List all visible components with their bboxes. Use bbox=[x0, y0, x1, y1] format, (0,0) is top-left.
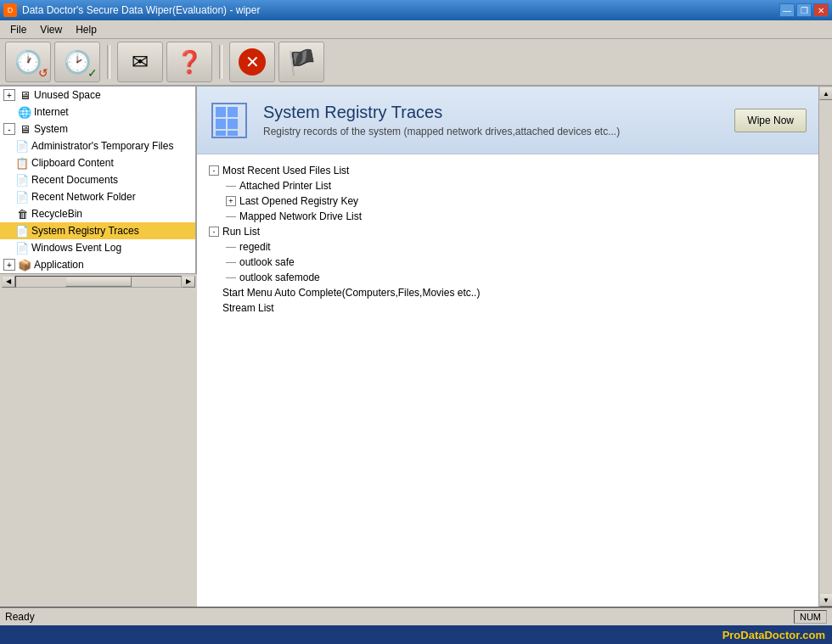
rt-item-regedit[interactable]: — regedit bbox=[209, 239, 807, 255]
right-panel-title: System Registry Traces bbox=[263, 103, 721, 122]
toolbar-separator-1 bbox=[107, 45, 110, 79]
svg-rect-1 bbox=[216, 107, 226, 117]
rt-label-outlook-safe: outlook safe bbox=[239, 256, 295, 268]
go-button[interactable]: 🏴 bbox=[278, 42, 324, 82]
tree-item-sys-registry[interactable]: 📄 System Registry Traces bbox=[0, 222, 195, 239]
rt-label-start-menu: Start Menu Auto Complete(Computers,Files… bbox=[222, 287, 480, 299]
rt-item-printer[interactable]: — Attached Printer List bbox=[209, 178, 807, 193]
status-text: Ready bbox=[5, 611, 35, 623]
admin-temp-label: Administrator's Temporary Files bbox=[31, 140, 173, 152]
menu-view[interactable]: View bbox=[33, 22, 69, 37]
tree-item-recent-docs[interactable]: 📄 Recent Documents bbox=[0, 171, 195, 188]
rt-label-mru: Most Recent Used Files List bbox=[222, 165, 349, 176]
menu-help[interactable]: Help bbox=[69, 22, 104, 37]
scroll-right-button[interactable]: ▶ bbox=[182, 276, 195, 288]
scroll-left-button[interactable]: ◀ bbox=[2, 276, 15, 288]
tree-item-windows-event[interactable]: 📄 Windows Event Log bbox=[0, 239, 195, 256]
admin-temp-icon: 📄 bbox=[15, 139, 29, 153]
hscroll-thumb[interactable] bbox=[65, 277, 132, 287]
help-button[interactable]: ❓ bbox=[166, 42, 212, 82]
right-header-icon bbox=[209, 100, 250, 141]
rt-label-run-list: Run List bbox=[222, 226, 260, 238]
forward-button[interactable]: 🕑 ✓ bbox=[54, 42, 100, 82]
hscroll-track[interactable] bbox=[15, 276, 182, 288]
window-controls: — ❐ ✕ bbox=[779, 3, 829, 17]
tree-item-internet[interactable]: 🌐 Internet bbox=[0, 104, 195, 120]
rt-label-stream-list: Stream List bbox=[222, 302, 274, 314]
rt-item-outlook-safemode[interactable]: — outlook safemode bbox=[209, 270, 807, 285]
tree-item-recent-network[interactable]: 📄 Recent Network Folder bbox=[0, 188, 195, 205]
unused-space-icon: 🖥 bbox=[18, 88, 31, 102]
rt-line-outlook-safemode: — bbox=[226, 272, 236, 283]
rt-item-outlook-safe[interactable]: — outlook safe bbox=[209, 255, 807, 270]
right-header-text: System Registry Traces Registry records … bbox=[263, 103, 721, 137]
internet-icon: 🌐 bbox=[18, 105, 31, 119]
expand-unused-space[interactable]: + bbox=[3, 89, 15, 101]
rt-label-regedit: regedit bbox=[239, 241, 271, 253]
right-scrollbar: ▲ ▼ bbox=[818, 87, 832, 607]
left-panel: + 🖥 Unused Space 🌐 Internet - 🖥 System 📄… bbox=[0, 87, 197, 273]
sys-registry-label: System Registry Traces bbox=[31, 225, 139, 237]
windows-event-label: Windows Event Log bbox=[31, 242, 121, 254]
tree-item-application[interactable]: + 📦 Application bbox=[0, 256, 195, 273]
right-panel-description: Registry records of the system (mapped n… bbox=[263, 126, 721, 137]
vscroll-up-button[interactable]: ▲ bbox=[819, 87, 832, 100]
brand-pro: Pro bbox=[722, 629, 741, 641]
svg-rect-4 bbox=[228, 119, 238, 129]
tree-item-system[interactable]: - 🖥 System bbox=[0, 120, 195, 137]
expand-system[interactable]: - bbox=[3, 123, 15, 135]
left-scrollbar: ◀ ▶ bbox=[0, 273, 197, 288]
app-icon: D bbox=[3, 3, 17, 17]
rt-expand-mru[interactable]: - bbox=[209, 165, 219, 176]
toolbar: 🕐 ↺ 🕑 ✓ ✉ ❓ ✕ 🏴 bbox=[0, 39, 832, 87]
recent-docs-icon: 📄 bbox=[15, 173, 29, 187]
svg-rect-5 bbox=[216, 131, 226, 136]
tree-item-unused-space[interactable]: + 🖥 Unused Space bbox=[0, 87, 195, 104]
status-bar: Ready NUM bbox=[0, 607, 832, 625]
rt-expand-last-reg[interactable]: + bbox=[226, 196, 236, 206]
toolbar-separator-2 bbox=[219, 45, 222, 79]
brand-name: DataDoctor.com bbox=[740, 629, 825, 641]
right-tree: - Most Recent Used Files List — Attached… bbox=[197, 154, 818, 607]
rt-label-last-reg: Last Opened Registry Key bbox=[239, 195, 358, 207]
rt-item-run-list[interactable]: - Run List bbox=[209, 224, 807, 239]
rt-label-printer: Attached Printer List bbox=[239, 180, 331, 192]
system-icon: 🖥 bbox=[18, 122, 31, 136]
svg-rect-6 bbox=[228, 131, 238, 136]
window-title: Data Doctor's Secure Data Wiper(Evaluati… bbox=[22, 4, 260, 16]
recent-network-label: Recent Network Folder bbox=[31, 191, 136, 203]
close-button[interactable]: ✕ bbox=[813, 3, 829, 17]
minimize-button[interactable]: — bbox=[779, 3, 795, 17]
sys-registry-icon: 📄 bbox=[15, 224, 29, 238]
restore-button[interactable]: ❐ bbox=[796, 3, 812, 17]
rt-line-printer: — bbox=[226, 180, 236, 192]
rt-expand-run[interactable]: - bbox=[209, 227, 219, 237]
stop-button[interactable]: ✕ bbox=[229, 42, 275, 82]
svg-rect-3 bbox=[216, 119, 226, 129]
right-panel: System Registry Traces Registry records … bbox=[197, 87, 818, 607]
tree-item-clipboard[interactable]: 📋 Clipboard Content bbox=[0, 154, 195, 171]
rt-line-mapped: — bbox=[226, 210, 236, 222]
tree-item-recyclebin[interactable]: 🗑 RecycleBin bbox=[0, 205, 195, 222]
vscroll-down-button[interactable]: ▼ bbox=[819, 593, 832, 607]
tree-item-admin-temp[interactable]: 📄 Administrator's Temporary Files bbox=[0, 137, 195, 154]
menu-file[interactable]: File bbox=[3, 22, 33, 37]
rt-item-stream-list[interactable]: Stream List bbox=[209, 300, 807, 316]
back-button[interactable]: 🕐 ↺ bbox=[5, 42, 51, 82]
rt-label-outlook-safemode: outlook safemode bbox=[239, 272, 320, 283]
rt-item-mapped-drive[interactable]: — Mapped Network Drive List bbox=[209, 209, 807, 224]
expand-application[interactable]: + bbox=[3, 259, 15, 271]
recyclebin-label: RecycleBin bbox=[31, 208, 82, 220]
rt-label-mapped-drive: Mapped Network Drive List bbox=[239, 210, 362, 222]
registry-icon bbox=[211, 102, 248, 139]
mail-button[interactable]: ✉ bbox=[117, 42, 163, 82]
internet-label: Internet bbox=[34, 106, 69, 118]
rt-item-mru[interactable]: - Most Recent Used Files List bbox=[209, 163, 807, 178]
vscroll-track[interactable] bbox=[819, 100, 832, 593]
rt-item-start-menu[interactable]: Start Menu Auto Complete(Computers,Files… bbox=[209, 285, 807, 300]
recyclebin-icon: 🗑 bbox=[15, 207, 29, 221]
wipe-now-button[interactable]: Wipe Now bbox=[734, 109, 807, 132]
main-content: + 🖥 Unused Space 🌐 Internet - 🖥 System 📄… bbox=[0, 87, 832, 607]
rt-item-last-reg[interactable]: + Last Opened Registry Key bbox=[209, 193, 807, 209]
num-lock-badge: NUM bbox=[794, 610, 827, 624]
